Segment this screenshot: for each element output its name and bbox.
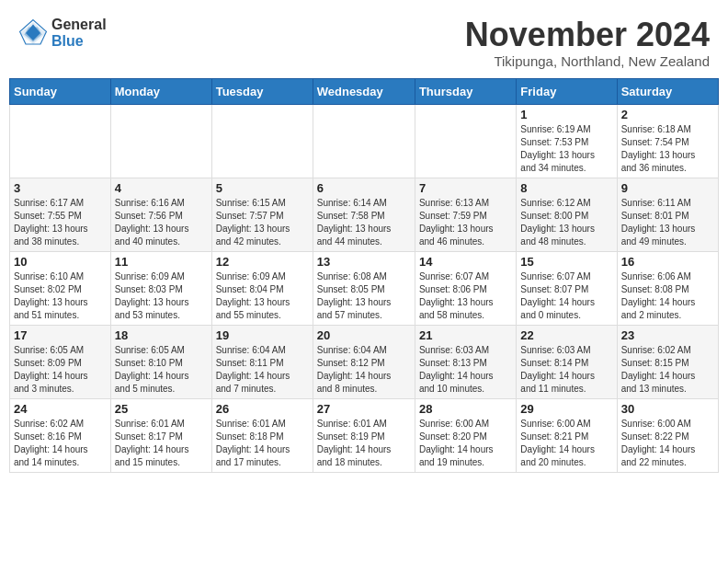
day-number: 4 [115, 181, 208, 195]
calendar-cell: 28Sunrise: 6:00 AM Sunset: 8:20 PM Dayli… [415, 398, 516, 472]
calendar-cell: 12Sunrise: 6:09 AM Sunset: 8:04 PM Dayli… [211, 251, 313, 325]
day-info: Sunrise: 6:13 AM Sunset: 7:59 PM Dayligh… [419, 197, 512, 248]
calendar-cell [313, 104, 415, 178]
day-number: 26 [216, 402, 309, 416]
day-info: Sunrise: 6:17 AM Sunset: 7:55 PM Dayligh… [14, 197, 107, 248]
calendar-week-row: 10Sunrise: 6:10 AM Sunset: 8:02 PM Dayli… [10, 251, 719, 325]
calendar-week-row: 17Sunrise: 6:05 AM Sunset: 8:09 PM Dayli… [10, 325, 719, 398]
calendar-cell: 1Sunrise: 6:19 AM Sunset: 7:53 PM Daylig… [517, 104, 617, 178]
weekday-header-tuesday: Tuesday [211, 78, 313, 104]
title-block: November 2024 Tikipunga, Northland, New … [465, 17, 710, 69]
calendar-cell: 17Sunrise: 6:05 AM Sunset: 8:09 PM Dayli… [10, 325, 111, 398]
day-number: 3 [14, 181, 107, 195]
day-info: Sunrise: 6:00 AM Sunset: 8:20 PM Dayligh… [419, 418, 512, 469]
weekday-header-sunday: Sunday [10, 78, 111, 104]
day-number: 2 [621, 108, 714, 121]
day-info: Sunrise: 6:00 AM Sunset: 8:22 PM Dayligh… [621, 418, 714, 469]
calendar-week-row: 3Sunrise: 6:17 AM Sunset: 7:55 PM Daylig… [10, 178, 719, 251]
logo-text: General Blue [51, 17, 107, 49]
day-number: 30 [621, 402, 714, 416]
day-info: Sunrise: 6:04 AM Sunset: 8:11 PM Dayligh… [216, 344, 309, 396]
calendar-cell: 19Sunrise: 6:04 AM Sunset: 8:11 PM Dayli… [211, 325, 313, 398]
day-number: 29 [520, 402, 612, 416]
logo: General Blue [18, 17, 107, 49]
calendar-cell: 13Sunrise: 6:08 AM Sunset: 8:05 PM Dayli… [313, 251, 415, 325]
day-info: Sunrise: 6:01 AM Sunset: 8:17 PM Dayligh… [115, 418, 208, 469]
day-info: Sunrise: 6:01 AM Sunset: 8:19 PM Dayligh… [317, 418, 411, 469]
day-info: Sunrise: 6:05 AM Sunset: 8:10 PM Dayligh… [115, 344, 208, 396]
day-number: 17 [14, 328, 107, 342]
weekday-header-saturday: Saturday [617, 78, 718, 104]
day-number: 9 [621, 181, 714, 195]
weekday-header-monday: Monday [110, 78, 211, 104]
calendar-cell: 18Sunrise: 6:05 AM Sunset: 8:10 PM Dayli… [110, 325, 211, 398]
calendar-cell: 26Sunrise: 6:01 AM Sunset: 8:18 PM Dayli… [211, 398, 313, 472]
day-number: 23 [621, 328, 714, 342]
day-number: 16 [621, 255, 714, 269]
calendar-cell: 2Sunrise: 6:18 AM Sunset: 7:54 PM Daylig… [617, 104, 718, 178]
weekday-header-wednesday: Wednesday [313, 78, 415, 104]
logo-icon [18, 18, 48, 48]
day-number: 14 [419, 255, 512, 269]
day-number: 13 [317, 255, 411, 269]
calendar-cell: 24Sunrise: 6:02 AM Sunset: 8:16 PM Dayli… [10, 398, 111, 472]
day-info: Sunrise: 6:07 AM Sunset: 8:07 PM Dayligh… [520, 270, 612, 322]
day-number: 25 [115, 402, 208, 416]
day-info: Sunrise: 6:16 AM Sunset: 7:56 PM Dayligh… [115, 197, 208, 248]
day-number: 20 [317, 328, 411, 342]
calendar-cell: 10Sunrise: 6:10 AM Sunset: 8:02 PM Dayli… [10, 251, 111, 325]
day-info: Sunrise: 6:18 AM Sunset: 7:54 PM Dayligh… [621, 123, 714, 175]
day-number: 11 [115, 255, 208, 269]
calendar-cell: 22Sunrise: 6:03 AM Sunset: 8:14 PM Dayli… [517, 325, 617, 398]
day-info: Sunrise: 6:03 AM Sunset: 8:14 PM Dayligh… [520, 344, 612, 396]
calendar-cell: 5Sunrise: 6:15 AM Sunset: 7:57 PM Daylig… [211, 178, 313, 251]
calendar-cell [415, 104, 516, 178]
day-info: Sunrise: 6:02 AM Sunset: 8:15 PM Dayligh… [621, 344, 714, 396]
calendar-cell [211, 104, 313, 178]
day-info: Sunrise: 6:09 AM Sunset: 8:04 PM Dayligh… [216, 270, 309, 322]
weekday-header-friday: Friday [517, 78, 617, 104]
calendar-cell [110, 104, 211, 178]
day-number: 5 [216, 181, 309, 195]
day-number: 22 [520, 328, 612, 342]
calendar-week-row: 24Sunrise: 6:02 AM Sunset: 8:16 PM Dayli… [10, 398, 719, 472]
calendar-cell: 3Sunrise: 6:17 AM Sunset: 7:55 PM Daylig… [10, 178, 111, 251]
day-info: Sunrise: 6:01 AM Sunset: 8:18 PM Dayligh… [216, 418, 309, 469]
day-number: 19 [216, 328, 309, 342]
calendar-cell: 29Sunrise: 6:00 AM Sunset: 8:21 PM Dayli… [517, 398, 617, 472]
calendar-week-row: 1Sunrise: 6:19 AM Sunset: 7:53 PM Daylig… [10, 104, 719, 178]
day-info: Sunrise: 6:08 AM Sunset: 8:05 PM Dayligh… [317, 270, 411, 322]
calendar-cell: 9Sunrise: 6:11 AM Sunset: 8:01 PM Daylig… [617, 178, 718, 251]
day-number: 24 [14, 402, 107, 416]
calendar-cell: 16Sunrise: 6:06 AM Sunset: 8:08 PM Dayli… [617, 251, 718, 325]
day-number: 12 [216, 255, 309, 269]
day-info: Sunrise: 6:05 AM Sunset: 8:09 PM Dayligh… [14, 344, 107, 396]
day-info: Sunrise: 6:00 AM Sunset: 8:21 PM Dayligh… [520, 418, 612, 469]
calendar-cell: 21Sunrise: 6:03 AM Sunset: 8:13 PM Dayli… [415, 325, 516, 398]
day-info: Sunrise: 6:09 AM Sunset: 8:03 PM Dayligh… [115, 270, 208, 322]
day-info: Sunrise: 6:07 AM Sunset: 8:06 PM Dayligh… [419, 270, 512, 322]
calendar-cell: 8Sunrise: 6:12 AM Sunset: 8:00 PM Daylig… [517, 178, 617, 251]
calendar-cell: 25Sunrise: 6:01 AM Sunset: 8:17 PM Dayli… [110, 398, 211, 472]
day-info: Sunrise: 6:11 AM Sunset: 8:01 PM Dayligh… [621, 197, 714, 248]
calendar-cell: 15Sunrise: 6:07 AM Sunset: 8:07 PM Dayli… [517, 251, 617, 325]
day-info: Sunrise: 6:06 AM Sunset: 8:08 PM Dayligh… [621, 270, 714, 322]
calendar-cell: 30Sunrise: 6:00 AM Sunset: 8:22 PM Dayli… [617, 398, 718, 472]
calendar-cell [10, 104, 111, 178]
weekday-header-row: SundayMondayTuesdayWednesdayThursdayFrid… [10, 78, 719, 104]
logo-blue-text: Blue [51, 33, 107, 50]
calendar-cell: 6Sunrise: 6:14 AM Sunset: 7:58 PM Daylig… [313, 178, 415, 251]
day-number: 28 [419, 402, 512, 416]
day-number: 27 [317, 402, 411, 416]
calendar-cell: 4Sunrise: 6:16 AM Sunset: 7:56 PM Daylig… [110, 178, 211, 251]
logo-general-text: General [51, 17, 107, 33]
weekday-header-thursday: Thursday [415, 78, 516, 104]
calendar-cell: 27Sunrise: 6:01 AM Sunset: 8:19 PM Dayli… [313, 398, 415, 472]
day-number: 6 [317, 181, 411, 195]
day-number: 18 [115, 328, 208, 342]
day-number: 7 [419, 181, 512, 195]
day-info: Sunrise: 6:03 AM Sunset: 8:13 PM Dayligh… [419, 344, 512, 396]
calendar-cell: 14Sunrise: 6:07 AM Sunset: 8:06 PM Dayli… [415, 251, 516, 325]
calendar-cell: 7Sunrise: 6:13 AM Sunset: 7:59 PM Daylig… [415, 178, 516, 251]
calendar-cell: 11Sunrise: 6:09 AM Sunset: 8:03 PM Dayli… [110, 251, 211, 325]
